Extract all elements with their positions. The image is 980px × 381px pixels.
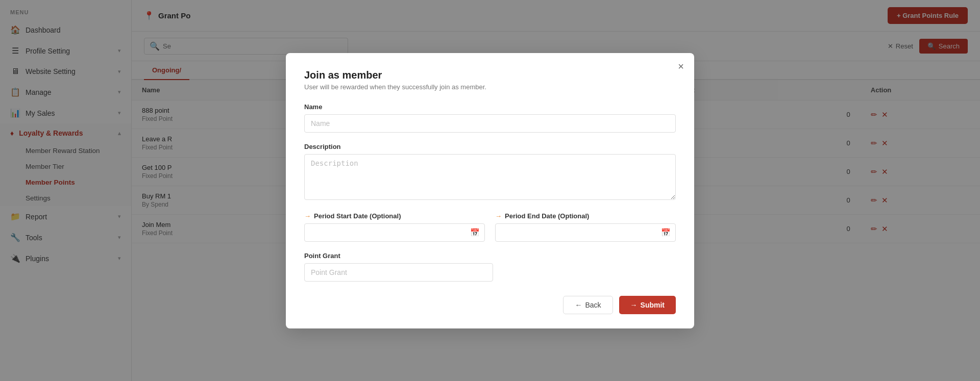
arrow-right-icon: →	[304, 212, 311, 220]
period-end-input[interactable]	[495, 223, 676, 242]
modal-subtitle: User will be rewarded when they successf…	[304, 83, 676, 91]
modal-footer: ← Back → Submit	[304, 296, 676, 314]
modal-title: Join as member	[304, 69, 676, 81]
name-label: Name	[304, 103, 676, 111]
description-label: Description	[304, 143, 676, 150]
arrow-right-icon: →	[495, 212, 502, 220]
date-row: → Period Start Date (Optional) 📅 → Perio…	[304, 212, 676, 242]
point-grant-input[interactable]	[304, 263, 493, 282]
period-start-input-wrap: 📅	[304, 223, 485, 242]
point-grant-label: Point Grant	[304, 252, 676, 260]
back-button[interactable]: ← Back	[563, 296, 612, 314]
period-start-group: → Period Start Date (Optional) 📅	[304, 212, 485, 242]
period-end-group: → Period End Date (Optional) 📅	[495, 212, 676, 242]
modal-overlay[interactable]: × Join as member User will be rewarded w…	[0, 0, 980, 381]
arrow-right-icon: →	[630, 301, 638, 309]
period-start-input[interactable]	[304, 223, 485, 242]
period-end-label: → Period End Date (Optional)	[495, 212, 676, 220]
description-textarea[interactable]	[304, 154, 676, 200]
description-field-group: Description	[304, 143, 676, 202]
arrow-left-icon: ←	[575, 301, 582, 309]
modal-dialog: × Join as member User will be rewarded w…	[286, 53, 694, 328]
name-input[interactable]	[304, 114, 676, 133]
submit-label: Submit	[641, 301, 665, 309]
point-grant-field-group: Point Grant	[304, 252, 676, 282]
modal-close-button[interactable]: ×	[678, 61, 684, 71]
submit-button[interactable]: → Submit	[619, 296, 676, 314]
period-start-label: → Period Start Date (Optional)	[304, 212, 485, 220]
back-label: Back	[585, 301, 601, 309]
period-end-input-wrap: 📅	[495, 223, 676, 242]
name-field-group: Name	[304, 103, 676, 133]
